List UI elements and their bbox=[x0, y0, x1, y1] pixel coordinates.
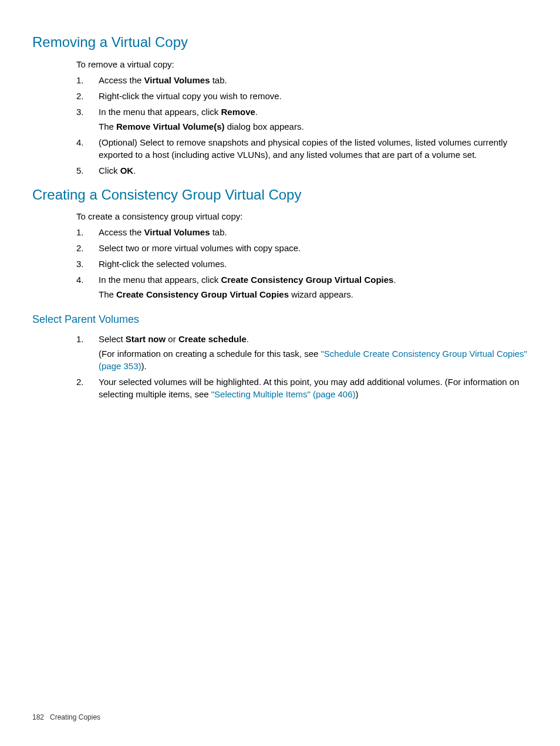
list-item: Right-click the virtual copy you wish to… bbox=[76, 90, 528, 102]
sub-line: The Remove Virtual Volume(s) dialog box … bbox=[99, 120, 528, 133]
ordered-list: Access the Virtual Volumes tab. Select t… bbox=[76, 226, 528, 301]
page-footer: 182Creating Copies bbox=[32, 713, 100, 723]
list-text: tab. bbox=[210, 75, 227, 85]
list-text: . bbox=[255, 107, 258, 117]
ordered-list: Access the Virtual Volumes tab. Right-cl… bbox=[76, 74, 528, 177]
sub-line: The Create Consistency Group Virtual Cop… bbox=[99, 288, 528, 301]
list-item: Access the Virtual Volumes tab. bbox=[76, 74, 528, 86]
list-item: Select Start now or Create schedule. (Fo… bbox=[76, 333, 528, 372]
list-text: (For information on creating a schedule … bbox=[99, 349, 321, 359]
bold-term: OK bbox=[120, 166, 134, 175]
list-text: Access the bbox=[99, 75, 144, 85]
list-item: In the menu that appears, click Remove. … bbox=[76, 106, 528, 133]
list-text: Select two or more virtual volumes with … bbox=[99, 243, 301, 253]
list-text: dialog box appears. bbox=[225, 121, 304, 131]
bold-term: Virtual Volumes bbox=[144, 227, 210, 237]
section-heading-removing-virtual-copy: Removing a Virtual Copy bbox=[32, 32, 528, 52]
list-text: (Optional) Select to remove snapshots an… bbox=[99, 137, 507, 160]
section-heading-creating-consistency-group: Creating a Consistency Group Virtual Cop… bbox=[32, 185, 528, 205]
list-item: Select two or more virtual volumes with … bbox=[76, 242, 528, 254]
list-text: Right-click the selected volumes. bbox=[99, 259, 227, 269]
list-text: ). bbox=[141, 361, 147, 371]
bold-term: Create schedule bbox=[178, 334, 247, 344]
intro-text: To create a consistency group virtual co… bbox=[76, 210, 528, 222]
list-text: Access the bbox=[99, 227, 144, 237]
list-text: ) bbox=[356, 389, 359, 399]
sub-line: (For information on creating a schedule … bbox=[99, 347, 528, 372]
list-item: In the menu that appears, click Create C… bbox=[76, 274, 528, 301]
bold-term: Remove bbox=[221, 107, 255, 117]
list-text: wizard appears. bbox=[289, 289, 353, 299]
list-text: Right-click the virtual copy you wish to… bbox=[99, 91, 282, 101]
bold-term: Remove Virtual Volume(s) bbox=[116, 121, 225, 131]
list-item: Click OK. bbox=[76, 164, 528, 177]
subsection-heading-select-parent-volumes: Select Parent Volumes bbox=[32, 312, 528, 327]
intro-text: To remove a virtual copy: bbox=[76, 58, 528, 70]
list-text: . bbox=[393, 275, 396, 285]
list-text: Select bbox=[99, 334, 126, 344]
list-item: Right-click the selected volumes. bbox=[76, 258, 528, 270]
cross-reference-link[interactable]: "Selecting Multiple Items" (page 406) bbox=[211, 389, 356, 399]
list-text: In the menu that appears, click bbox=[99, 275, 221, 285]
bold-term: Create Consistency Group Virtual Copies bbox=[116, 289, 289, 299]
list-text: The bbox=[99, 289, 116, 299]
list-item: (Optional) Select to remove snapshots an… bbox=[76, 136, 528, 161]
list-text: Click bbox=[99, 166, 120, 175]
list-item: Access the Virtual Volumes tab. bbox=[76, 226, 528, 238]
list-text: . bbox=[247, 334, 249, 344]
list-item: Your selected volumes will be highlighte… bbox=[76, 376, 528, 400]
list-text: In the menu that appears, click bbox=[99, 107, 221, 117]
bold-term: Virtual Volumes bbox=[144, 75, 210, 85]
list-text: . bbox=[133, 166, 136, 175]
list-text: The bbox=[99, 121, 116, 131]
bold-term: Create Consistency Group Virtual Copies bbox=[221, 275, 393, 285]
bold-term: Start now bbox=[126, 334, 166, 344]
list-text: or bbox=[166, 334, 178, 344]
ordered-list: Select Start now or Create schedule. (Fo… bbox=[76, 333, 528, 400]
page-number: 182 bbox=[32, 713, 44, 721]
chapter-title: Creating Copies bbox=[50, 713, 100, 721]
list-text: tab. bbox=[210, 227, 227, 237]
